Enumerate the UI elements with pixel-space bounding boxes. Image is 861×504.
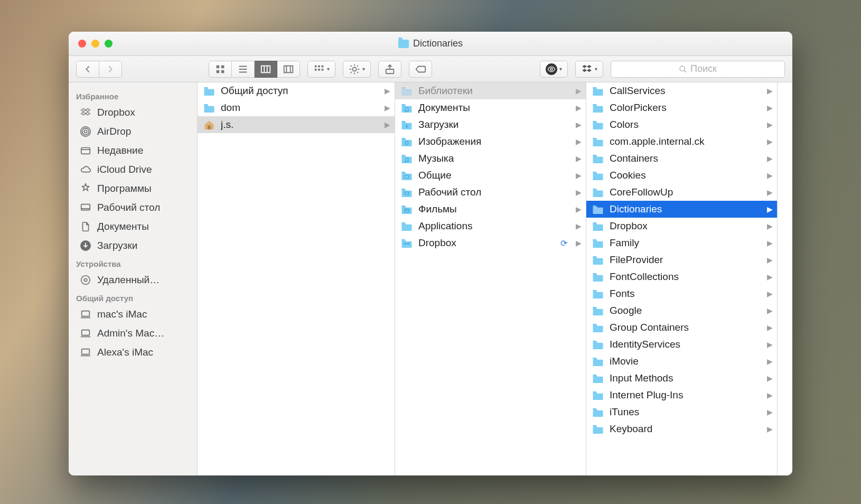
column-3[interactable]: CallServices▶ColorPickers▶Colors▶com.app… — [586, 82, 778, 475]
dropbox-toolbar-button[interactable]: ▾ — [575, 61, 603, 78]
sidebar-item-dropbox[interactable]: Dropbox — [69, 103, 197, 122]
file-row[interactable]: Общий доступ▶ — [198, 82, 395, 99]
disclosure-arrow-icon: ▶ — [767, 374, 773, 382]
back-button[interactable] — [76, 61, 99, 78]
sidebar-item-рабочий-стол[interactable]: Рабочий стол — [69, 198, 197, 217]
file-row[interactable]: Internet Plug-Ins▶ — [586, 387, 777, 404]
recents-icon — [79, 144, 92, 157]
sidebar-item-label: Удаленный… — [97, 274, 160, 286]
file-name: Fonts — [610, 288, 635, 300]
file-row[interactable]: dom▶ — [198, 99, 395, 116]
file-row[interactable]: Dropbox▶ — [586, 218, 777, 235]
sidebar-item-alexa-s-imac[interactable]: Alexa's iMac — [69, 343, 197, 362]
sidebar-item-icloud-drive[interactable]: iCloud Drive — [69, 160, 197, 179]
sidebar-item-недавние[interactable]: Недавние — [69, 141, 197, 160]
sidebar-item-admin-s-mac-[interactable]: Admin's Mac… — [69, 324, 197, 343]
folder-icon — [592, 356, 604, 367]
folder-icon — [592, 187, 604, 198]
sidebar-item-удаленный-[interactable]: Удаленный… — [69, 270, 197, 290]
file-row[interactable]: FontCollections▶ — [586, 268, 777, 285]
file-row[interactable]: Fonts▶ — [586, 285, 777, 302]
svg-rect-29 — [81, 204, 90, 210]
forward-button[interactable] — [99, 61, 122, 78]
folder-icon — [203, 102, 216, 113]
folder-icon — [400, 86, 413, 96]
file-row[interactable]: j.s.▶ — [198, 116, 395, 133]
sidebar-item-загрузки[interactable]: Загрузки — [69, 236, 197, 255]
file-row[interactable]: Изображения▶ — [395, 133, 586, 150]
finder-window: Dictionaries ▾ ▾ ▾ ▾ Поиск ИзбранноеDrop… — [69, 32, 792, 475]
column-1[interactable]: Общий доступ▶dom▶j.s.▶ — [198, 82, 395, 475]
sidebar-item-airdrop[interactable]: AirDrop — [69, 122, 197, 141]
search-field[interactable]: Поиск — [611, 61, 785, 78]
file-row[interactable]: Фильмы▶ — [395, 201, 586, 218]
file-name: Applications — [418, 220, 472, 232]
file-name: IdentityServices — [610, 339, 680, 350]
folder-icon — [592, 424, 604, 434]
file-row[interactable]: Музыка▶ — [395, 150, 586, 167]
folder-icon — [592, 119, 604, 130]
file-row[interactable]: Dictionaries▶ — [586, 201, 777, 218]
file-row[interactable]: Библиотеки▶ — [395, 82, 586, 99]
file-row[interactable]: Общие▶ — [395, 167, 586, 184]
sidebar[interactable]: ИзбранноеDropboxAirDropНедавниеiCloud Dr… — [69, 82, 198, 475]
view-list-button[interactable] — [232, 61, 255, 78]
file-row[interactable]: IdentityServices▶ — [586, 336, 777, 353]
file-row[interactable]: Keyboard▶ — [586, 421, 777, 437]
file-row[interactable]: Applications▶ — [395, 218, 586, 235]
sidebar-item-программы[interactable]: Программы — [69, 179, 197, 198]
file-row[interactable]: Dropbox⟳▶ — [395, 235, 586, 251]
file-row[interactable]: Google▶ — [586, 302, 777, 319]
file-row[interactable]: Colors▶ — [586, 116, 777, 133]
svg-rect-40 — [208, 125, 211, 129]
disclosure-arrow-icon: ▶ — [767, 87, 773, 95]
file-row[interactable]: Загрузки▶ — [395, 116, 586, 133]
file-row[interactable]: iMovie▶ — [586, 353, 777, 370]
file-row[interactable]: Family▶ — [586, 235, 777, 251]
share-button[interactable] — [378, 61, 401, 78]
folder-icon — [592, 204, 604, 214]
file-name: FileProvider — [610, 254, 663, 266]
file-row[interactable]: Input Methods▶ — [586, 370, 777, 387]
quicklook-button[interactable]: ▾ — [540, 61, 568, 78]
file-row[interactable]: Рабочий стол▶ — [395, 184, 586, 201]
folder-icon — [400, 119, 413, 130]
folder-icon — [400, 170, 413, 181]
file-name: Библиотеки — [418, 85, 473, 97]
file-row[interactable]: ColorPickers▶ — [586, 99, 777, 116]
svg-point-33 — [84, 278, 87, 282]
svg-rect-34 — [82, 311, 90, 316]
column-2[interactable]: Библиотеки▶Документы▶Загрузки▶Изображени… — [395, 82, 586, 475]
file-name: Dictionaries — [610, 203, 662, 215]
sidebar-item--mac-s-imac[interactable]: mac's iMac — [69, 305, 197, 324]
file-row[interactable]: Containers▶ — [586, 150, 777, 167]
folder-icon — [592, 102, 604, 113]
folder-icon — [592, 153, 604, 164]
disclosure-arrow-icon: ▶ — [767, 306, 773, 315]
file-row[interactable]: Cookies▶ — [586, 167, 777, 184]
disclosure-arrow-icon: ▶ — [767, 340, 773, 349]
search-icon — [679, 65, 687, 73]
arrange-button[interactable]: ▾ — [307, 61, 335, 78]
disclosure-arrow-icon: ▶ — [767, 239, 773, 247]
svg-rect-10 — [284, 66, 293, 72]
sidebar-item-label: Загрузки — [97, 240, 137, 251]
view-columns-button[interactable] — [255, 61, 277, 78]
file-row[interactable]: CoreFollowUp▶ — [586, 184, 777, 201]
file-row[interactable]: FileProvider▶ — [586, 251, 777, 268]
file-name: Рабочий стол — [418, 186, 481, 198]
file-row[interactable]: Group Containers▶ — [586, 319, 777, 336]
folder-icon — [592, 136, 604, 147]
sidebar-item-документы[interactable]: Документы — [69, 217, 197, 236]
file-row[interactable]: CallServices▶ — [586, 82, 777, 99]
view-icons-button[interactable] — [209, 61, 232, 78]
action-button[interactable]: ▾ — [343, 61, 371, 78]
file-name: Group Containers — [610, 322, 689, 333]
file-row[interactable]: iTunes▶ — [586, 404, 777, 421]
file-row[interactable]: Документы▶ — [395, 99, 586, 116]
tags-button[interactable] — [409, 61, 432, 78]
desktop-icon — [79, 201, 92, 214]
view-gallery-button[interactable] — [277, 61, 300, 78]
file-row[interactable]: com.apple.internal.ck▶ — [586, 133, 777, 150]
folder-icon — [400, 102, 413, 113]
